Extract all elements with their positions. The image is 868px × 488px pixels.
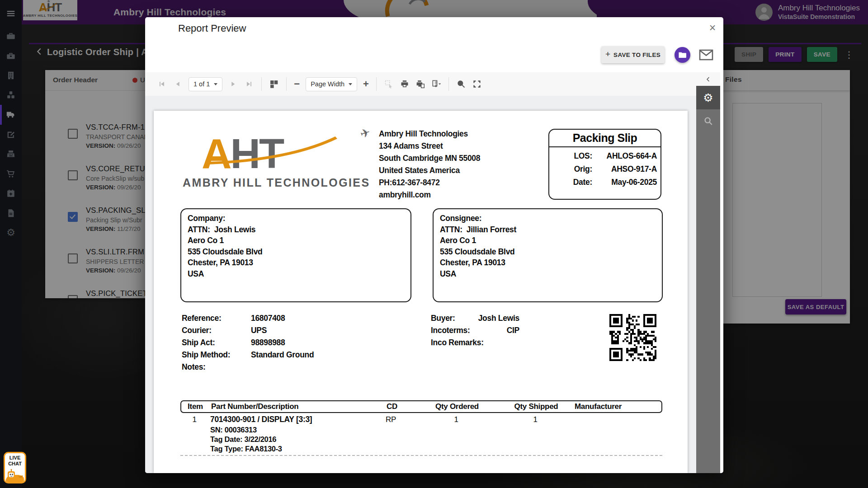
document-company-logo: AHT ✈ AMBRY HILL TECHNOLOGIES bbox=[183, 133, 377, 196]
airplane-icon: ✈ bbox=[359, 127, 371, 141]
toolbar-divider bbox=[448, 77, 449, 91]
orig-value: AHSO-917-A bbox=[592, 164, 657, 174]
shipment-fields-right: Buyer:Josh Lewis Incoterms:CIP Inco Rema… bbox=[431, 312, 519, 349]
qr-code bbox=[609, 314, 656, 361]
previous-page-icon[interactable] bbox=[173, 79, 183, 89]
last-page-icon[interactable] bbox=[244, 79, 254, 89]
chat-robot-icon bbox=[5, 469, 25, 482]
modal-title: Report Preview bbox=[178, 23, 246, 34]
folder-icon bbox=[679, 52, 686, 58]
company-address-block: Ambry Hill Technologies 134 Adams Street… bbox=[379, 128, 480, 201]
shipment-fields-left: Reference:16807408 Courier:UPS Ship Act:… bbox=[182, 312, 372, 373]
next-page-icon[interactable] bbox=[228, 79, 238, 89]
panel-strip bbox=[696, 133, 720, 473]
los-value: AHLOS-664-A bbox=[592, 151, 657, 161]
viewer-side-panel: ⚙ bbox=[696, 72, 720, 473]
table-row: 1 7014300-901 / DISPLAY [3:3] RP 1 1 bbox=[180, 415, 662, 424]
screen: ⚙ AHT ✈ AMBRY HILL TECHNOLOGIES Ambry Hi… bbox=[0, 0, 868, 488]
document-logo-caption: AMBRY HILL TECHNOLOGIES bbox=[183, 176, 377, 189]
chevron-down-icon bbox=[349, 83, 352, 85]
page-select-dropdown[interactable]: 1 of 1 bbox=[189, 77, 222, 91]
consignee-box: Consignee: ATTN: Jillian Forrest Aero Co… bbox=[433, 208, 663, 302]
items-table: Item Part Number/Description CD Qty Orde… bbox=[180, 400, 662, 454]
live-chat-widget[interactable]: LIVECHAT bbox=[4, 452, 26, 483]
packing-slip-page: AHT ✈ AMBRY HILL TECHNOLOGIES Ambry Hill… bbox=[154, 111, 688, 473]
document-preview-area[interactable]: AHT ✈ AMBRY HILL TECHNOLOGIES Ambry Hill… bbox=[145, 96, 696, 473]
print-icon[interactable] bbox=[400, 79, 410, 89]
zoom-mode-dropdown[interactable]: Page Width bbox=[306, 77, 357, 91]
viewer-toolbar: 1 of 1 − Page Width + bbox=[145, 72, 696, 96]
full-screen-icon[interactable] bbox=[472, 79, 482, 89]
los-label: LOS: bbox=[549, 151, 592, 161]
toolbar-divider bbox=[261, 77, 262, 91]
plus-icon: + bbox=[605, 49, 610, 59]
items-table-header: Item Part Number/Description CD Qty Orde… bbox=[180, 400, 662, 413]
company-box: Company: ATTN: Josh Lewis Aero Co 1 535 … bbox=[180, 208, 411, 302]
zoom-in-icon[interactable]: + bbox=[363, 79, 369, 89]
folder-button[interactable] bbox=[675, 47, 690, 63]
page-section-divider bbox=[180, 455, 662, 456]
packing-slip-header-box: Packing Slip LOS:AHLOS-664-A Orig:AHSO-9… bbox=[548, 129, 661, 200]
collapse-chevron-icon[interactable] bbox=[696, 72, 720, 86]
select-tool-icon[interactable] bbox=[384, 79, 394, 89]
date-value: May-06-2025 bbox=[592, 178, 657, 187]
multi-page-view-icon[interactable] bbox=[269, 79, 279, 89]
zoom-out-icon[interactable]: − bbox=[294, 79, 300, 89]
date-label: Date: bbox=[549, 178, 592, 187]
packing-slip-title: Packing Slip bbox=[549, 130, 660, 147]
report-preview-modal: Report Preview × + SAVE TO FILES 1 of 1 … bbox=[145, 17, 723, 473]
mail-button[interactable] bbox=[699, 49, 713, 61]
chevron-down-icon bbox=[214, 83, 217, 85]
first-page-icon[interactable] bbox=[157, 79, 167, 89]
print-page-icon[interactable] bbox=[415, 79, 425, 89]
panel-search-icon[interactable] bbox=[696, 109, 720, 133]
toolbar-divider bbox=[376, 77, 377, 91]
toolbar-divider bbox=[286, 77, 287, 91]
search-icon[interactable] bbox=[456, 79, 466, 89]
save-to-files-button[interactable]: + SAVE TO FILES bbox=[601, 46, 665, 63]
item-details: SN: 00036313 Tag Date: 3/22/2016 Tag Typ… bbox=[210, 425, 662, 454]
export-icon[interactable] bbox=[431, 79, 441, 89]
close-icon[interactable]: × bbox=[706, 21, 719, 34]
orig-label: Orig: bbox=[549, 164, 592, 174]
mail-icon bbox=[699, 49, 713, 61]
panel-settings-gear-icon[interactable]: ⚙ bbox=[696, 86, 720, 109]
